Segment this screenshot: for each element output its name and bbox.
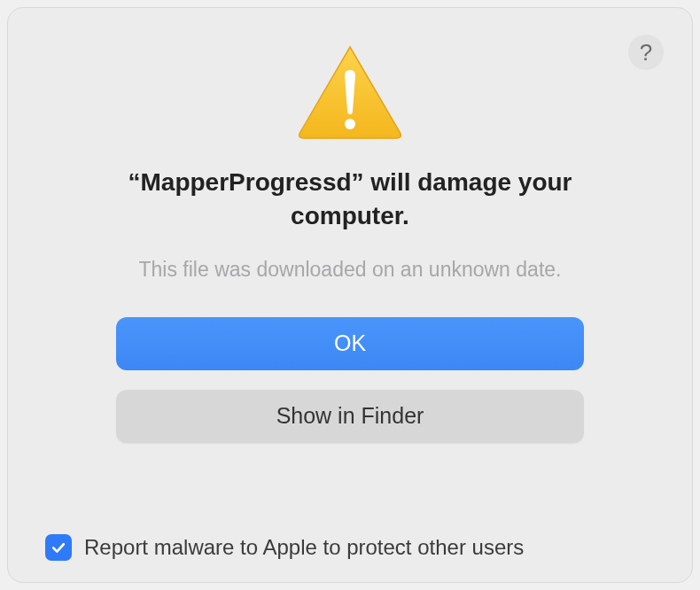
help-icon: ? bbox=[640, 39, 652, 66]
report-malware-label: Report malware to Apple to protect other… bbox=[84, 535, 524, 560]
report-malware-checkbox[interactable] bbox=[45, 534, 72, 561]
ok-button[interactable]: OK bbox=[116, 317, 584, 370]
dialog-title: “MapperProgressd” will damage your compu… bbox=[84, 166, 616, 233]
dialog-subtitle: This file was downloaded on an unknown d… bbox=[139, 258, 562, 282]
show-in-finder-button[interactable]: Show in Finder bbox=[116, 390, 584, 443]
gatekeeper-warning-dialog: ? “MapperProgressd” will damage your com… bbox=[7, 7, 693, 583]
checkmark-icon bbox=[50, 539, 67, 556]
svg-point-0 bbox=[345, 119, 355, 129]
help-button[interactable]: ? bbox=[628, 35, 664, 70]
report-malware-row: Report malware to Apple to protect other… bbox=[45, 534, 524, 561]
warning-icon bbox=[293, 42, 407, 141]
button-stack: OK Show in Finder bbox=[116, 317, 584, 443]
